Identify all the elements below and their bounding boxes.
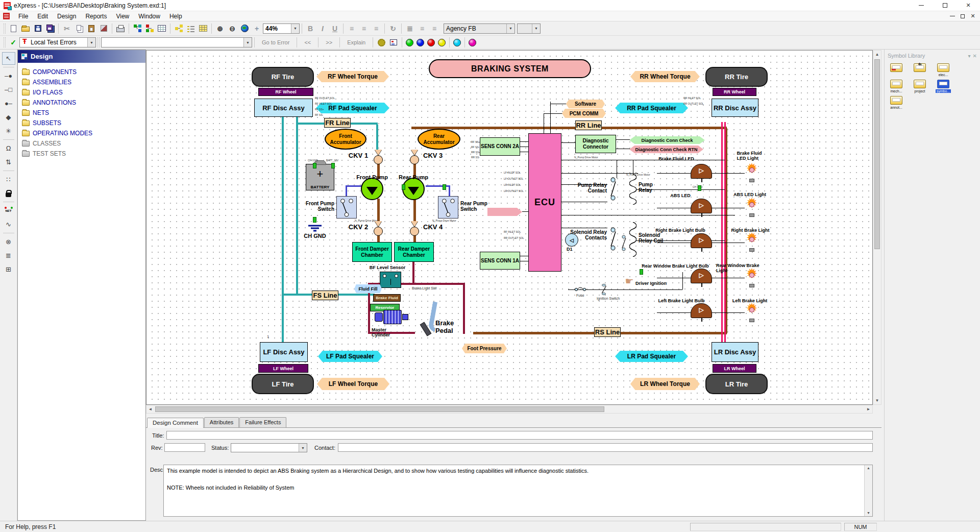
net-wire[interactable] [296, 117, 298, 295]
fr-line[interactable]: FR Line [324, 118, 351, 128]
minimize-button[interactable] [910, 0, 933, 11]
lf-tire[interactable]: LF Tire [252, 374, 314, 394]
net-wire[interactable] [616, 149, 630, 149]
ch-gnd[interactable]: CH GND [299, 223, 331, 240]
braking-system[interactable]: BRAKING SYSTEM [429, 59, 591, 78]
scroll-down-icon[interactable]: ▼ [865, 511, 872, 516]
library-item-symbo[interactable]: symbo... [934, 80, 953, 93]
front-pump[interactable]: Front Pump [361, 178, 383, 200]
object-spacing-icon[interactable]: ≡ [428, 23, 440, 34]
tab-attributes[interactable]: Attributes [204, 417, 239, 427]
fluid-fill[interactable]: Fluid Fill [354, 284, 382, 293]
valve-glyph[interactable] [373, 223, 384, 236]
line-spacing-icon[interactable]: ≣ [404, 23, 416, 34]
panel-pin-icon[interactable]: ▾ [968, 53, 971, 59]
copy-icon[interactable] [73, 23, 85, 34]
rr-pad-squealer[interactable]: RR Pad Squealer [615, 103, 688, 113]
fs-line[interactable]: FS Line [312, 291, 338, 300]
net-wire[interactable] [712, 243, 745, 243]
rf-wheel-torque[interactable]: RF Wheel Torque [316, 71, 389, 82]
flag-glyph[interactable] [402, 184, 405, 190]
mdi-close-button[interactable]: ✕ [968, 12, 978, 20]
diagnostic-conn-check[interactable]: Diagnostic Conn Check [629, 136, 705, 144]
lamp-glyph[interactable]: ✹ [745, 232, 759, 252]
ecu[interactable]: ECU [528, 133, 561, 272]
close-button[interactable]: ✕ [957, 0, 980, 11]
hierarchy-view-icon[interactable] [143, 23, 156, 34]
italic-icon[interactable]: I [316, 23, 329, 34]
lf-disc-assy[interactable]: LF Disc Assy [260, 342, 308, 362]
net-wire[interactable] [544, 113, 562, 114]
swglyph-glyph[interactable] [608, 226, 618, 252]
desc-scrollbar[interactable]: ▲ ▼ [864, 465, 872, 516]
chevron-down-icon[interactable]: ▼ [291, 24, 299, 33]
table-view-icon[interactable] [156, 23, 168, 34]
rf-tire[interactable]: RF Tire [252, 67, 314, 87]
scroll-up-icon[interactable]: ▲ [865, 466, 872, 471]
lr-wheel-torque[interactable]: LR Wheel Torque [630, 378, 700, 390]
lasso-tool-icon[interactable]: Ω [2, 142, 15, 155]
led-glyph[interactable]: ▷ [691, 269, 712, 287]
maximize-button[interactable] [933, 0, 957, 11]
lr-tire[interactable]: LR Tire [705, 374, 768, 394]
coil-glyph[interactable] [629, 222, 636, 257]
net-wire[interactable] [520, 261, 528, 261]
net-wire[interactable] [616, 139, 630, 140]
rear-accumulator[interactable]: Rear Accumulator [418, 129, 460, 150]
zoom-out-icon[interactable]: ⊖ [226, 23, 238, 34]
net-wire[interactable] [282, 117, 284, 345]
rs-line[interactable]: RS Line [594, 327, 621, 337]
unknown-state-icon[interactable] [416, 39, 424, 46]
sens-conn-1a[interactable]: SENS CONN 1A [480, 252, 520, 270]
align-left-icon[interactable]: ≡ [346, 23, 358, 34]
underline-icon[interactable]: U [329, 23, 341, 34]
sidebar-item-assemblies[interactable]: ASSEMBLIES [22, 77, 145, 87]
net-wire[interactable] [712, 312, 745, 313]
net-wire[interactable] [550, 102, 551, 133]
paste-icon[interactable] [85, 23, 97, 34]
d1[interactable]: ◁D1 [565, 233, 578, 247]
document-icon[interactable] [3, 13, 10, 19]
library-item-elec[interactable]: elec... [934, 63, 953, 77]
zoom-in-icon[interactable]: ⊕ [214, 23, 226, 34]
list-tool-icon[interactable]: ≣ [2, 249, 15, 262]
coil-glyph[interactable] [629, 174, 636, 205]
chevron-down-icon[interactable]: ▼ [87, 38, 95, 47]
chevron-down-icon[interactable]: ▼ [532, 24, 540, 33]
lamp-glyph[interactable]: ✹ [745, 198, 759, 217]
menu-file[interactable]: File [14, 12, 33, 21]
explain-button[interactable]: Explain [342, 38, 371, 47]
mdi-minimize-button[interactable] [947, 12, 958, 20]
settings-gear-icon[interactable] [375, 37, 387, 48]
route-tool-icon[interactable]: ∿ [2, 218, 15, 231]
fail-state-icon[interactable] [427, 39, 435, 46]
chevron-down-icon[interactable]: ▼ [506, 24, 514, 33]
menu-reports[interactable]: Reports [81, 12, 111, 21]
valve-glyph[interactable] [409, 223, 420, 236]
title-input[interactable] [166, 431, 873, 440]
lamp-glyph[interactable]: ✹ [745, 303, 759, 322]
rear-damper-chamber[interactable]: Rear Damper Chamber [394, 242, 434, 262]
design-tree-header[interactable]: Design [18, 50, 145, 63]
led-glyph[interactable]: ▷ [691, 303, 712, 322]
pswitch-glyph[interactable] [438, 196, 458, 219]
net-wire[interactable] [721, 122, 723, 358]
net-wire[interactable] [520, 147, 528, 147]
sidebar-item-i-o-flags[interactable]: I/O FLAGS [22, 87, 145, 98]
horizontal-scrollbar[interactable]: ◄ ► [146, 405, 873, 414]
net-wire[interactable] [712, 173, 745, 174]
battery[interactable]: +BATTERY [306, 164, 334, 190]
lf-pad-squealer[interactable]: LF Pad Squealer [318, 351, 382, 362]
no-connect-tool-icon[interactable]: ✳ [2, 125, 15, 137]
flag-glyph[interactable] [313, 217, 316, 223]
flag-tool-icon[interactable]: –□ [2, 83, 15, 96]
pinkarrow-glyph[interactable] [487, 208, 522, 216]
diagnostic-connector[interactable]: Diagnostic Connector [575, 135, 616, 153]
valve-glyph[interactable] [373, 151, 384, 165]
rr-disc-assy[interactable]: RR Disc Assy [712, 99, 758, 117]
net-wire[interactable] [657, 278, 691, 278]
pcm-comm[interactable]: PCM COMM [562, 109, 606, 118]
spacing-tool-icon[interactable]: ⇅ [2, 156, 15, 168]
valve-glyph[interactable] [409, 151, 420, 165]
rr-wheel[interactable]: RR Wheel [713, 88, 756, 96]
